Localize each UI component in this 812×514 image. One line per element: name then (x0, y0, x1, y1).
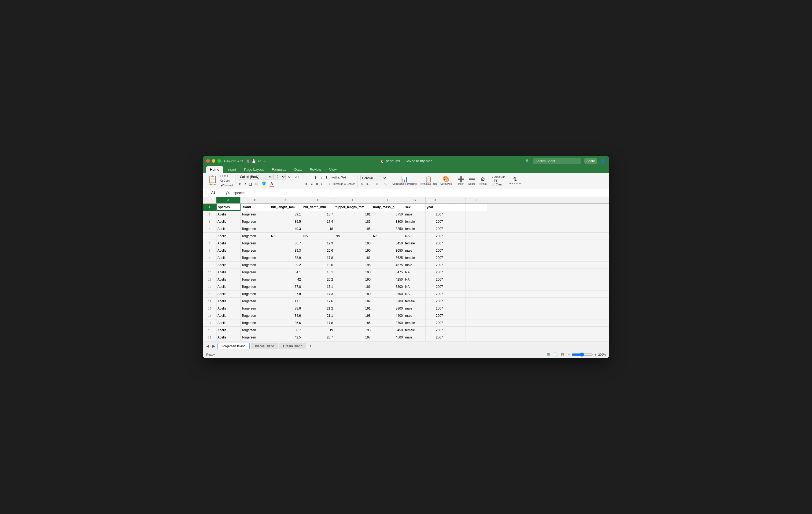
grid-cell[interactable]: 39.3 (270, 247, 302, 254)
grid-cell[interactable] (466, 247, 487, 254)
grid-cell[interactable]: Adelie (216, 218, 240, 225)
align-top-button[interactable]: ⬆ (313, 175, 319, 180)
grid-cell[interactable] (466, 269, 487, 276)
fx-icon[interactable]: ƒx (225, 190, 231, 195)
grid-cell[interactable]: NA (372, 233, 404, 240)
grid-cell[interactable]: 38.6 (270, 305, 302, 312)
grid-cell[interactable] (466, 262, 487, 269)
row-number[interactable]: 10 (203, 269, 216, 276)
grid-cell[interactable]: 2007 (426, 291, 444, 298)
format-painter-button[interactable]: 🖌 Format (220, 183, 234, 187)
close-button[interactable] (206, 159, 210, 163)
grid-cell[interactable]: 3300 (372, 283, 404, 290)
grid-cell[interactable] (466, 211, 487, 218)
insert-button[interactable]: ➕ Insert (457, 176, 466, 186)
grid-cell[interactable]: Adelie (216, 312, 240, 319)
grid-cell[interactable]: 2007 (426, 269, 444, 276)
grid-cell[interactable] (466, 283, 487, 290)
grid-cell[interactable] (466, 204, 487, 211)
grid-cell[interactable] (466, 233, 487, 240)
row-number[interactable]: 19 (203, 334, 216, 341)
col-header-a[interactable]: A (216, 197, 240, 203)
fill-color-button[interactable]: 🪣 (260, 181, 267, 187)
decrease-font-button[interactable]: A↓ (294, 174, 300, 180)
grid-cell[interactable] (466, 327, 487, 334)
grid-cell[interactable]: Torgersen (240, 320, 270, 326)
grid-cell[interactable]: 2007 (426, 247, 444, 254)
row-number[interactable]: 14 (203, 298, 216, 305)
tab-insert[interactable]: Insert (224, 166, 240, 173)
bold-button[interactable]: B (238, 181, 243, 187)
grid-cell[interactable]: NA (404, 233, 426, 240)
font-size-select[interactable]: 12 (273, 174, 286, 180)
grid-cell[interactable]: 2007 (426, 312, 444, 319)
zoom-out-button[interactable]: − (567, 352, 570, 357)
grid-cell[interactable] (444, 204, 466, 211)
grid-cell[interactable]: 2007 (426, 334, 444, 341)
format-cell-button[interactable]: ⚙ Format (478, 176, 488, 186)
grid-cell[interactable] (444, 283, 466, 290)
row-number[interactable]: 12 (203, 283, 216, 290)
grid-cell[interactable]: 193 (335, 240, 372, 247)
grid-cell[interactable]: 21.1 (302, 312, 335, 319)
page-break-view-button[interactable]: ⊟ (560, 352, 565, 357)
grid-cell[interactable]: NA (270, 233, 302, 240)
grid-cell[interactable] (444, 247, 466, 254)
grid-cell[interactable]: 17.1 (302, 283, 335, 290)
grid-cell[interactable]: 2007 (426, 298, 444, 305)
grid-cell[interactable]: Adelie (216, 283, 240, 290)
grid-cell[interactable]: Torgersen (240, 247, 270, 254)
italic-button[interactable]: I (243, 181, 247, 187)
borders-button[interactable]: ⊞ (254, 181, 260, 187)
grid-cell[interactable]: year (426, 204, 444, 211)
grid-cell[interactable]: 34.6 (270, 312, 302, 319)
grid-cell[interactable]: 3700 (372, 320, 404, 326)
increase-decimal-button[interactable]: .0+ (374, 182, 381, 186)
col-header-b[interactable]: B (240, 197, 270, 203)
grid-cell[interactable]: 39.1 (270, 211, 302, 218)
grid-cell[interactable]: sex (404, 204, 426, 211)
grid-cell[interactable]: 186 (335, 283, 372, 290)
grid-cell[interactable]: Torgersen (240, 225, 270, 232)
paste-button[interactable]: 📋 Paste (206, 175, 219, 186)
grid-cell[interactable] (444, 312, 466, 319)
sort-filter-button[interactable]: ⇅ Sort & Filter (508, 176, 523, 186)
row-number[interactable]: 17 (203, 320, 216, 326)
grid-cell[interactable]: Adelie (216, 305, 240, 312)
grid-cell[interactable]: 198 (335, 312, 372, 319)
grid-cell[interactable]: NA (404, 283, 426, 290)
grid-cell[interactable]: Torgersen (240, 305, 270, 312)
autosave-label[interactable]: AutoSave ● off (224, 159, 243, 163)
grid-cell[interactable]: 2007 (426, 233, 444, 240)
tab-home[interactable]: Home (206, 166, 223, 173)
grid-cell[interactable]: female (404, 298, 426, 305)
grid-cell[interactable]: bill_length_mm (270, 204, 302, 211)
font-name-select[interactable]: Calibri (Body) (238, 174, 272, 180)
grid-cell[interactable] (466, 240, 487, 247)
grid-cell[interactable]: 3475 (372, 269, 404, 276)
clear-button[interactable]: 🧹 Clear (491, 183, 506, 186)
row-number[interactable]: 8 (203, 254, 216, 261)
grid-cell[interactable]: 42 (270, 276, 302, 283)
undo-icon[interactable]: ↩ (258, 159, 261, 163)
save-icon[interactable]: 💾 (252, 159, 256, 163)
grid-cell[interactable]: Adelie (216, 233, 240, 240)
tab-view[interactable]: View (325, 166, 341, 173)
tab-data[interactable]: Data (290, 166, 305, 173)
comma-button[interactable]: , (370, 182, 374, 186)
row-number[interactable]: 13 (203, 291, 216, 298)
col-header-d[interactable]: D (302, 197, 335, 203)
grid-cell[interactable]: 180 (335, 291, 372, 298)
grid-cell[interactable]: bill_depth_mm (302, 204, 335, 211)
merge-center-button[interactable]: ⊞ Merge & Center (332, 182, 356, 186)
grid-cell[interactable]: Torgersen (240, 327, 270, 334)
grid-cell[interactable]: Adelie (216, 291, 240, 298)
grid-cell[interactable]: 17.6 (302, 298, 335, 305)
row-number[interactable]: 11 (203, 276, 216, 283)
grid-cell[interactable]: female (404, 320, 426, 326)
grid-cell[interactable]: 2007 (426, 211, 444, 218)
grid-cell[interactable] (444, 305, 466, 312)
grid-cell[interactable]: 3800 (372, 305, 404, 312)
grid-cell[interactable]: 20.2 (302, 276, 335, 283)
grid-cell[interactable]: 18.7 (302, 211, 335, 218)
